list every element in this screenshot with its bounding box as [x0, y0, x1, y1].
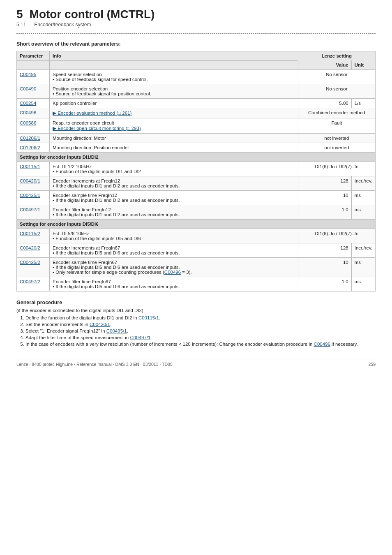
table-row: C00496▶ Encoder evaluation method (□ 261…: [17, 108, 376, 118]
table-row: C00497/2Encoder filter time FreqIn67• If…: [17, 277, 376, 291]
table-row: C01206/1Mounting direction: Motornot inv…: [17, 134, 376, 143]
table-row: C00495Speed sensor selection• Source of …: [17, 70, 376, 84]
info-cell: Kp position controller: [50, 99, 298, 108]
value-cell: Fault: [298, 118, 375, 134]
param-cell[interactable]: C00497/2: [17, 277, 50, 291]
unit-cell: 1/s: [351, 99, 375, 108]
param-cell[interactable]: C00490: [17, 84, 50, 99]
general-procedure-intro: (if the encoder is connected to the digi…: [16, 308, 376, 313]
procedure-step: Adapt the filter time of the speed measu…: [25, 335, 376, 340]
value-cell: 5.00: [298, 99, 351, 108]
value-cell: Combined encoder method: [298, 108, 375, 118]
param-cell[interactable]: C00586: [17, 118, 50, 134]
info-cell: Encoder increments at FreqIn67• If the d…: [50, 243, 298, 258]
unit-cell: ms: [351, 205, 375, 220]
value-cell: No sensor: [298, 84, 375, 99]
procedure-link[interactable]: C00496: [314, 342, 330, 347]
unit-cell: ms: [351, 277, 375, 291]
param-cell[interactable]: C00115/1: [17, 162, 50, 176]
footer-right: 259: [368, 362, 376, 367]
info-cell: Mounting direction: Motor: [50, 134, 298, 143]
chapter-number: 5: [16, 8, 23, 21]
section-label: Settings for encoder inputs DI1/DI2: [17, 153, 376, 162]
info-cell: Mounting direction: Position encoder: [50, 143, 298, 153]
table-row: C00490Position encoder selection• Source…: [17, 84, 376, 99]
value-cell: DI1(6)=In / DI2(7)=In: [298, 162, 375, 176]
procedure-link[interactable]: C00420/1: [90, 322, 110, 327]
general-procedure-section: General procedure (if the encoder is con…: [16, 300, 376, 347]
page-container: 5 Motor control (MCTRL) 5.11 Encoder/fee…: [16, 8, 376, 367]
param-cell[interactable]: C00254: [17, 99, 50, 108]
table-row: C01206/2Mounting direction: Position enc…: [17, 143, 376, 153]
value-cell: 128: [298, 243, 351, 258]
info-cell: Encoder filter time FreqIn67• If the dig…: [50, 277, 298, 291]
param-cell[interactable]: C00425/1: [17, 191, 50, 205]
procedure-link[interactable]: C00495/1: [106, 328, 127, 333]
info-cell: Resp. to encoder open circuit▶ Encoder o…: [50, 118, 298, 134]
unit-cell: ms: [351, 258, 375, 277]
overview-heading: Short overview of the relevant parameter…: [16, 41, 376, 47]
value-cell: not inverted: [298, 134, 375, 143]
table-section-row: Settings for encoder inputs DI1/DI2: [17, 153, 376, 162]
param-cell[interactable]: C01206/2: [17, 143, 50, 153]
table-row: C00586Resp. to encoder open circuit▶ Enc…: [17, 118, 376, 134]
unit-cell: Incr./rev.: [351, 176, 375, 191]
table-section-row: Settings for encoder inputs DI5/DI6: [17, 220, 376, 229]
param-cell[interactable]: C00496: [17, 108, 50, 118]
value-cell: 10: [298, 191, 351, 205]
value-cell: 10: [298, 258, 351, 277]
general-procedure-list: Define the function of the digital input…: [25, 315, 376, 347]
table-row: C00425/2Encoder sample time FreqIn67• If…: [17, 258, 376, 277]
value-cell: 128: [298, 176, 351, 191]
table-row: C00115/2Fct. DI 5/6 10kHz• Function of t…: [17, 229, 376, 243]
general-procedure-heading: General procedure: [16, 300, 376, 305]
info-cell: Fct. DI 5/6 10kHz• Function of the digit…: [50, 229, 298, 243]
th-info-empty: [50, 60, 298, 70]
value-cell: 1.0: [298, 205, 351, 220]
sub-number: 5.11: [16, 22, 33, 28]
value-cell: DI1(6)=In / DI2(7)=In: [298, 229, 375, 243]
table-row: C00425/1Encoder sample time FreqIn12• If…: [17, 191, 376, 205]
divider: [16, 33, 376, 34]
info-cell: ▶ Encoder evaluation method (□ 261): [50, 108, 298, 118]
param-cell[interactable]: C00420/1: [17, 176, 50, 191]
parameters-table: Parameter Info Lenze setting Value Unit …: [16, 51, 376, 292]
value-cell: No sensor: [298, 70, 375, 84]
chapter-header: 5 Motor control (MCTRL): [16, 8, 376, 21]
value-cell: 1.0: [298, 277, 351, 291]
procedure-step: In the case of encoders with a very low …: [25, 342, 376, 347]
th-lenze-setting: Lenze setting: [298, 51, 375, 60]
info-cell: Speed sensor selection• Source of feedba…: [50, 70, 298, 84]
unit-cell: ms: [351, 191, 375, 205]
table-row: C00497/1Encoder filter time FreqIn12• If…: [17, 205, 376, 220]
table-row: C00115/1Fct. DI 1/2 100kHz• Function of …: [17, 162, 376, 176]
sub-title: Encoder/feedback system: [34, 22, 91, 28]
param-cell[interactable]: C00425/2: [17, 258, 50, 277]
param-cell[interactable]: C00495: [17, 70, 50, 84]
table-row: C00254Kp position controller5.001/s: [17, 99, 376, 108]
param-cell[interactable]: C00420/2: [17, 243, 50, 258]
th-parameter: Parameter: [17, 51, 50, 60]
param-cell[interactable]: C01206/1: [17, 134, 50, 143]
info-cell: Position encoder selection• Source of fe…: [50, 84, 298, 99]
info-cell: Encoder sample time FreqIn67• If the dig…: [50, 258, 298, 277]
th-value: Value: [298, 60, 351, 70]
th-param-empty: [17, 60, 50, 70]
info-cell: Encoder increments at FreqIn12• If the d…: [50, 176, 298, 191]
table-row: C00420/1Encoder increments at FreqIn12• …: [17, 176, 376, 191]
th-info: Info: [50, 51, 298, 60]
procedure-step: Select "1: Encoder signal FreqIn12" in C…: [25, 328, 376, 333]
unit-cell: Incr./rev.: [351, 243, 375, 258]
procedure-link[interactable]: C00497/1: [130, 335, 150, 340]
table-row: C00420/2Encoder increments at FreqIn67• …: [17, 243, 376, 258]
procedure-link[interactable]: C00115/1: [138, 315, 159, 320]
param-cell[interactable]: C00497/1: [17, 205, 50, 220]
value-cell: not inverted: [298, 143, 375, 153]
info-cell: Fct. DI 1/2 100kHz• Function of the digi…: [50, 162, 298, 176]
param-cell[interactable]: C00115/2: [17, 229, 50, 243]
procedure-step: Set the encoder increments in C00420/1.: [25, 322, 376, 327]
info-cell: Encoder filter time FreqIn12• If the dig…: [50, 205, 298, 220]
chapter-title: Motor control (MCTRL): [30, 8, 155, 21]
info-cell: Encoder sample time FreqIn12• If the dig…: [50, 191, 298, 205]
page-footer: Lenze · 8400 protec HighLine · Reference…: [16, 359, 376, 367]
